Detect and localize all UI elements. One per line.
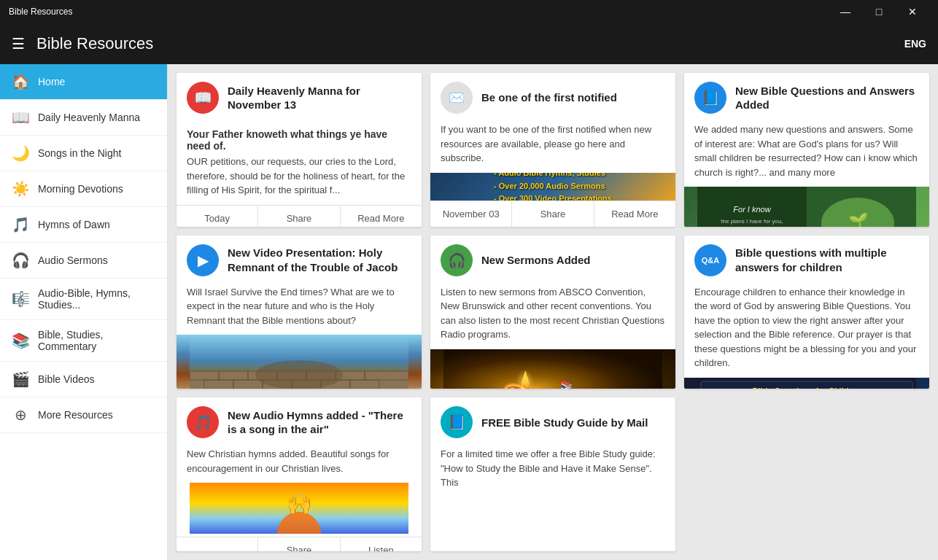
card-video-title: New Video Presentation: Holy Remnant of … bbox=[228, 246, 411, 274]
books-icon: 📚 bbox=[12, 332, 29, 349]
sidebar-item-bible-videos[interactable]: 🎬 Bible Videos bbox=[0, 362, 167, 397]
content-area: 📖 Daily Heavenly Manna for November 13 Y… bbox=[168, 64, 938, 560]
audio-hymns-share-btn[interactable]: Share bbox=[258, 537, 340, 551]
card-manna: 📖 Daily Heavenly Manna for November 13 Y… bbox=[177, 73, 422, 227]
card-bible-qa-body: We added many new questions and answers.… bbox=[684, 122, 929, 187]
card-sermons-title: New Sermons Added bbox=[481, 253, 590, 268]
sidebar-manna-label: Daily Heavenly Manna bbox=[38, 112, 140, 123]
video-icon: 🎬 bbox=[12, 370, 29, 388]
music-note-icon: 🎵 bbox=[12, 216, 29, 233]
card-video-header: ▶ New Video Presentation: Holy Remnant o… bbox=[177, 236, 422, 285]
card-children-quiz-body: Encourage children to enhance their know… bbox=[684, 285, 929, 378]
sidebar-item-audio-bible[interactable]: 🎼 Audio-Bible, Hymns, Studies... bbox=[0, 279, 167, 320]
card-manna-body: OUR petitions, our requests, our cries t… bbox=[177, 155, 422, 205]
card-notify-body: If you want to be one of the first notif… bbox=[430, 122, 675, 173]
card-manna-header: 📖 Daily Heavenly Manna for November 13 bbox=[177, 73, 422, 122]
title-bar: Bible Resources — □ ✕ bbox=[0, 0, 938, 23]
card-video-image bbox=[177, 335, 422, 389]
notify-icon: ✉️ bbox=[441, 82, 473, 114]
sidebar-item-bible-studies[interactable]: 📚 Bible, Studies, Commentary bbox=[0, 320, 167, 362]
svg-text:For I know: For I know bbox=[733, 205, 771, 214]
card-bible-qa-title: New Bible Questions and Answers Added bbox=[735, 84, 919, 112]
notify-share-btn[interactable]: Share bbox=[512, 201, 594, 227]
card-audio-hymns-footer: Share Listen bbox=[177, 537, 422, 551]
card-audio-hymns: 🎵 New Audio Hymns added - "There is a so… bbox=[177, 397, 422, 551]
card-notify-header: ✉️ Be one of the first notified bbox=[430, 73, 675, 122]
sidebar-audio-bible-label: Audio-Bible, Hymns, Studies... bbox=[38, 287, 155, 311]
app-header: ☰ Bible Resources ENG bbox=[0, 23, 938, 64]
card-notify-footer: November 03 Share Read More bbox=[430, 201, 675, 227]
card-audio-hymns-header: 🎵 New Audio Hymns added - "There is a so… bbox=[177, 397, 422, 447]
video-play-icon: ▶ bbox=[187, 244, 219, 276]
card-manna-footer: Today Share Read More bbox=[177, 205, 422, 227]
maximize-button[interactable]: □ bbox=[862, 0, 896, 23]
card-children-quiz-image: Bible Questions for Children Where was J… bbox=[684, 378, 929, 389]
headphone-icon: 🎧 bbox=[12, 252, 29, 269]
minimize-button[interactable]: — bbox=[829, 0, 862, 23]
svg-text:Bible Questions for Children: Bible Questions for Children bbox=[752, 386, 861, 389]
card-sermons-header: 🎧 New Sermons Added bbox=[430, 236, 675, 285]
svg-text:🪔: 🪔 bbox=[502, 368, 535, 389]
sidebar-bible-studies-label: Bible, Studies, Commentary bbox=[38, 329, 155, 352]
card-notify-title: Be one of the first notified bbox=[481, 90, 617, 105]
sidebar-item-more-resources[interactable]: ⊕ More Resources bbox=[0, 397, 167, 433]
sidebar-item-home[interactable]: 🏠 Home bbox=[0, 64, 167, 100]
svg-text:🙌: 🙌 bbox=[287, 491, 312, 516]
card-bible-qa-header: 📘 New Bible Questions and Answers Added bbox=[684, 73, 929, 122]
notify-readmore-btn[interactable]: Read More bbox=[594, 201, 675, 227]
card-sermons-image: 🪔 📚 bbox=[430, 349, 675, 389]
app-title-bar: Bible Resources bbox=[9, 7, 829, 17]
sidebar-home-label: Home bbox=[38, 76, 65, 88]
moon-icon: 🌙 bbox=[12, 144, 29, 162]
manna-share-btn[interactable]: Share bbox=[258, 206, 340, 227]
svg-text:🌱: 🌱 bbox=[848, 211, 869, 227]
sidebar-videos-label: Bible Videos bbox=[38, 373, 95, 385]
book-icon: 📖 bbox=[12, 109, 29, 126]
card-sermons: 🎧 New Sermons Added Listen to new sermon… bbox=[430, 236, 675, 389]
bible-study-icon: 📘 bbox=[441, 406, 473, 438]
card-audio-hymns-image: 🙌 bbox=[177, 483, 422, 537]
sidebar-songs-label: Songs in the Night bbox=[38, 147, 121, 159]
sidebar-item-morning-devotions[interactable]: ☀️ Morning Devotions bbox=[0, 171, 167, 207]
home-icon: 🏠 bbox=[12, 73, 29, 90]
audio-hymns-listen-btn[interactable]: Listen bbox=[341, 537, 422, 551]
card-bible-study-header: 📘 FREE Bible Study Guide by Mail bbox=[430, 397, 675, 447]
sidebar-audio-label: Audio Sermons bbox=[38, 254, 108, 266]
card-manna-bold: Your Father knoweth what things ye have … bbox=[177, 122, 422, 155]
sidebar-item-songs-in-night[interactable]: 🌙 Songs in the Night bbox=[0, 136, 167, 171]
card-manna-title: Daily Heavenly Manna for November 13 bbox=[228, 84, 411, 112]
close-button[interactable]: ✕ bbox=[896, 0, 929, 23]
card-bible-qa: 📘 New Bible Questions and Answers Added … bbox=[684, 73, 929, 227]
sidebar-item-daily-heavenly-manna[interactable]: 📖 Daily Heavenly Manna bbox=[0, 100, 167, 136]
card-audio-hymns-title: New Audio Hymns added - "There is a song… bbox=[228, 408, 411, 437]
app-header-title: Bible Resources bbox=[36, 34, 904, 53]
card-video-body: Will Israel Survive the End times? What … bbox=[177, 285, 422, 335]
sidebar: 🏠 Home 📖 Daily Heavenly Manna 🌙 Songs in… bbox=[0, 64, 168, 560]
card-children-quiz: Q&A Bible questions with multiple answer… bbox=[684, 236, 929, 389]
notify-date-btn[interactable]: November 03 bbox=[430, 201, 512, 227]
card-bible-study: 📘 FREE Bible Study Guide by Mail For a l… bbox=[430, 397, 675, 551]
more-icon: ⊕ bbox=[12, 406, 29, 424]
audio-hymns-icon: 🎵 bbox=[187, 406, 219, 438]
sidebar-item-audio-sermons[interactable]: 🎧 Audio Sermons bbox=[0, 243, 167, 279]
svg-text:the plans I have for you,: the plans I have for you, bbox=[721, 218, 783, 225]
audio-hymns-date-btn[interactable] bbox=[177, 537, 258, 551]
manna-readmore-btn[interactable]: Read More bbox=[341, 206, 422, 227]
language-badge[interactable]: ENG bbox=[904, 38, 926, 50]
card-bible-study-title: FREE Bible Study Guide by Mail bbox=[481, 416, 648, 430]
music-score-icon: 🎼 bbox=[12, 290, 29, 308]
card-bible-qa-image: For I know the plans I have for you, dec… bbox=[684, 187, 929, 227]
card-notify-image: - Daily Bible Scripture - Audio Bible Hy… bbox=[430, 173, 675, 201]
window-controls: — □ ✕ bbox=[829, 0, 929, 23]
sidebar-item-hymns-of-dawn[interactable]: 🎵 Hymns of Dawn bbox=[0, 207, 167, 243]
svg-text:📚: 📚 bbox=[560, 380, 573, 389]
sidebar-morning-label: Morning Devotions bbox=[38, 183, 123, 195]
qa-badge-icon: Q&A bbox=[694, 244, 726, 276]
manna-today-btn[interactable]: Today bbox=[177, 206, 258, 227]
card-audio-hymns-body: New Christian hymns added. Beautiful son… bbox=[177, 447, 422, 483]
card-children-quiz-header: Q&A Bible questions with multiple answer… bbox=[684, 236, 929, 285]
notify-image-overlay: - Daily Bible Scripture - Audio Bible Hy… bbox=[488, 173, 618, 201]
headphone-sermons-icon: 🎧 bbox=[441, 244, 473, 276]
card-children-quiz-title: Bible questions with multiple answers fo… bbox=[735, 246, 919, 274]
hamburger-menu[interactable]: ☰ bbox=[12, 35, 25, 52]
